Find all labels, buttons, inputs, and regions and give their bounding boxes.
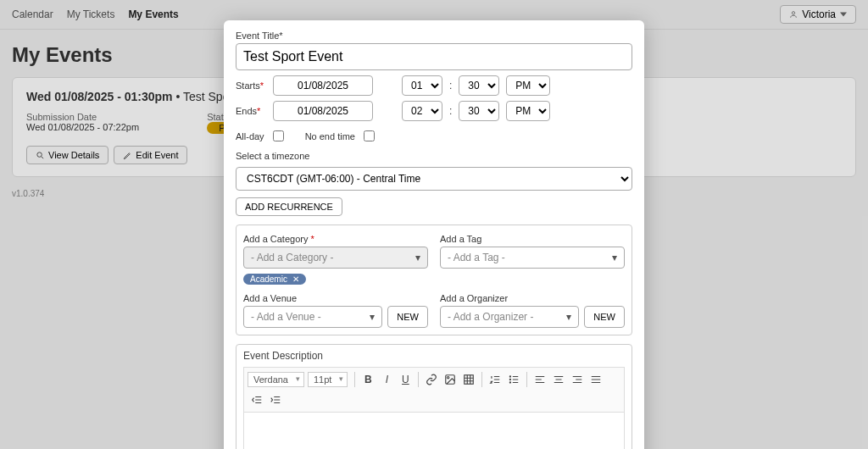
timezone-select[interactable]: CST6CDT (GMT-06:00) - Central Time [236, 167, 632, 191]
search-icon [36, 151, 45, 160]
view-details-button[interactable]: View Details [26, 146, 108, 164]
underline-icon[interactable]: U [396, 370, 415, 389]
category-chip-academic: Academic ✕ [243, 274, 306, 285]
venue-select[interactable]: - Add a Venue -▾ [243, 306, 382, 328]
end-date-input[interactable] [273, 101, 373, 121]
user-name: Victoria [802, 8, 836, 20]
link-icon[interactable] [422, 370, 441, 389]
nav-my-tickets[interactable]: My Tickets [67, 8, 115, 20]
svg-point-1 [37, 152, 42, 157]
bold-icon[interactable]: B [359, 370, 377, 389]
organizer-select[interactable]: - Add a Organizer -▾ [440, 306, 579, 328]
ends-label: Ends* [236, 106, 266, 116]
nav-my-events[interactable]: My Events [128, 8, 178, 20]
svg-point-3 [448, 377, 449, 379]
start-hour-select[interactable]: 01 [402, 75, 442, 96]
remove-chip-icon[interactable]: ✕ [292, 274, 299, 284]
image-icon[interactable] [441, 370, 459, 389]
category-select[interactable]: - Add a Category -▾ [243, 247, 428, 269]
edit-event-modal: Event Title* Starts* 01 : 30 PM Ends* 02… [224, 20, 644, 449]
venue-label: Add a Venue [243, 293, 428, 303]
taxonomy-panel: Add a Category * - Add a Category -▾ Aca… [236, 224, 632, 335]
svg-point-5 [510, 376, 511, 377]
italic-icon[interactable]: I [377, 370, 396, 389]
align-justify-icon[interactable] [587, 370, 605, 389]
start-date-input[interactable] [273, 75, 373, 96]
chevron-down-icon [840, 11, 847, 18]
all-day-label: All-day [236, 131, 264, 141]
edit-event-button[interactable]: Edit Event [114, 146, 187, 164]
pencil-icon [123, 151, 132, 160]
organizer-label: Add a Organizer [440, 293, 625, 303]
align-center-icon[interactable] [549, 370, 568, 389]
end-ampm-select[interactable]: PM [506, 101, 550, 121]
add-recurrence-button[interactable]: ADD RECURRENCE [236, 197, 342, 216]
end-hour-select[interactable]: 02 [402, 101, 442, 121]
event-title-input[interactable] [236, 43, 632, 70]
event-datetime: Wed 01/08/2025 - 01:30pm [26, 90, 173, 103]
svg-point-7 [510, 382, 511, 383]
indent-icon[interactable] [266, 391, 285, 409]
starts-label: Starts* [236, 80, 266, 91]
submission-date-label: Submission Date [26, 112, 139, 122]
ordered-list-icon[interactable] [486, 370, 504, 389]
event-title-label: Event Title* [236, 30, 632, 41]
editor-toolbar: Verdana 11pt B I U [243, 367, 625, 413]
no-end-time-label: No end time [305, 131, 355, 141]
no-end-time-checkbox[interactable] [364, 130, 375, 141]
description-editor: Event Description Verdana 11pt B I U ⋯ [236, 344, 632, 449]
outdent-icon[interactable] [248, 391, 266, 409]
description-textarea[interactable] [243, 413, 625, 449]
user-menu-button[interactable]: Victoria [780, 5, 856, 24]
tag-label: Add a Tag [440, 234, 625, 244]
font-family-select[interactable]: Verdana [248, 372, 304, 387]
new-venue-button[interactable]: NEW [387, 306, 428, 328]
description-label: Event Description [243, 350, 625, 362]
tag-select[interactable]: - Add a Tag -▾ [440, 247, 625, 269]
font-size-select[interactable]: 11pt [308, 372, 348, 387]
align-right-icon[interactable] [568, 370, 587, 389]
end-minute-select[interactable]: 30 [459, 101, 499, 121]
all-day-checkbox[interactable] [273, 130, 284, 141]
unordered-list-icon[interactable] [504, 370, 523, 389]
table-icon[interactable] [459, 370, 478, 389]
new-organizer-button[interactable]: NEW [584, 306, 625, 328]
svg-point-0 [793, 12, 795, 14]
category-label: Add a Category * [243, 234, 428, 244]
user-icon [789, 10, 798, 19]
svg-rect-4 [465, 375, 474, 385]
nav-calendar[interactable]: Calendar [12, 8, 53, 20]
start-minute-select[interactable]: 30 [459, 75, 499, 96]
align-left-icon[interactable] [531, 370, 549, 389]
timezone-label: Select a timezone [236, 151, 632, 161]
submission-date-value: Wed 01/08/2025 - 07:22pm [26, 122, 139, 132]
start-ampm-select[interactable]: PM [506, 75, 550, 96]
svg-point-6 [510, 379, 511, 380]
